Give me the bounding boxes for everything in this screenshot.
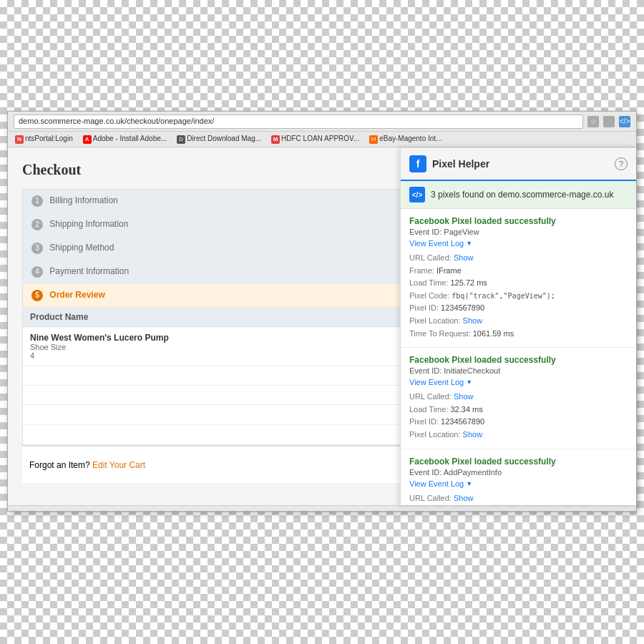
load-time-value-0: 125.72 ms <box>450 278 487 287</box>
pixel-id-1: Pixel ID: 1234567890 <box>409 416 628 429</box>
pixel-helper-header: f Pixel Helper ? <box>401 148 636 181</box>
url-called-2: URL Called: Show <box>409 492 628 505</box>
event-details-0: URL Called: Show Frame: IFrame Load Time… <box>409 252 628 340</box>
pixel-count-badge: </> <box>409 187 425 203</box>
bookmark-star-icon[interactable]: ☆ <box>587 116 599 127</box>
step-label-payment: Payment Information <box>49 266 129 276</box>
browser-content: Checkout 1 Billing Information 2 Shippin… <box>8 147 636 505</box>
bookmark-direct[interactable]: DDirect Download Mag... <box>174 134 264 144</box>
pixel-location-link-1[interactable]: Show <box>463 430 483 439</box>
gmail-icon: M <box>271 135 280 144</box>
product-name-cell: Nine West Women's Lucero Pump Shoe Size … <box>23 327 449 366</box>
step-label-billing: Billing Information <box>49 195 117 205</box>
load-time-label-1: Load Time: <box>409 405 448 414</box>
address-bar: demo.scommerce-mage.co.uk/checkout/onepa… <box>8 112 636 132</box>
refresh-icon[interactable] <box>603 116 615 127</box>
event-id-value-2: AddPaymentInfo <box>444 468 502 477</box>
url-called-label-1: URL Called: <box>409 392 452 401</box>
step-number-5: 5 <box>31 290 43 301</box>
pixel-id-0: Pixel ID: 1234567890 <box>409 302 628 315</box>
event-id-label-0: Event ID: <box>409 228 441 236</box>
browser-window: demo.scommerce-mage.co.uk/checkout/onepa… <box>7 111 637 512</box>
pixel-helper-title: Pixel Helper <box>432 158 615 170</box>
event-title-0: Facebook Pixel loaded successfully <box>409 216 628 226</box>
chevron-down-icon-2: ▼ <box>466 480 472 487</box>
bookmark-ebay[interactable]: MeBay-Magento Int... <box>366 134 444 144</box>
view-event-log-2[interactable]: View Event Log ▼ <box>409 479 628 488</box>
pixels-count-text: 3 pixels found on demo.scommerce-mage.co… <box>431 190 613 200</box>
url-called-label-0: URL Called: <box>409 253 452 262</box>
time-to-request-0: Time To Request: 1061.59 ms <box>409 328 628 341</box>
pixel-event-pageview: Facebook Pixel loaded successfully Event… <box>401 209 636 348</box>
load-time-0: Load Time: 125.72 ms <box>409 277 628 290</box>
doc-icon: D <box>177 135 185 144</box>
view-event-log-0[interactable]: View Event Log ▼ <box>409 239 628 248</box>
step-number-1: 1 <box>31 195 43 207</box>
pixel-event-initiatecheckout: Facebook Pixel loaded successfully Event… <box>401 348 636 449</box>
extensions-icon[interactable]: </> <box>619 116 630 127</box>
bookmark-adobe[interactable]: AAdobe - Install Adobe... <box>80 134 170 144</box>
event-id-value-1: InitiateCheckout <box>444 366 500 375</box>
product-name: Nine West Women's Lucero Pump <box>30 333 442 343</box>
forgot-item-static: Forgot an Item? <box>29 460 90 470</box>
pixel-count-icon: </> <box>412 191 422 199</box>
url-called-1: URL Called: Show <box>409 391 628 404</box>
pixel-summary: </> 3 pixels found on demo.scommerce-mag… <box>401 181 636 209</box>
pixel-id-label-1: Pixel ID: <box>409 417 439 426</box>
event-details-2: URL Called: Show Load Time: 133.02 ms Pi… <box>409 492 628 505</box>
edit-cart-link[interactable]: Edit Your Cart <box>92 460 145 470</box>
load-time-value-1: 32.34 ms <box>450 405 482 414</box>
step-number-3: 3 <box>31 243 43 254</box>
frame-label-0: Frame: <box>409 266 434 275</box>
url-input[interactable]: demo.scommerce-mage.co.uk/checkout/onepa… <box>14 114 583 129</box>
magento-icon: M <box>369 135 378 144</box>
forgot-item-text: Forgot an Item? Edit Your Cart <box>29 460 145 470</box>
product-option-value: 4 <box>30 351 442 360</box>
pixel-location-label-1: Pixel Location: <box>409 430 461 439</box>
url-called-link-1[interactable]: Show <box>454 392 474 401</box>
help-icon[interactable]: ? <box>615 157 628 170</box>
load-time-2: Load Time: 133.02 ms <box>409 504 628 505</box>
product-option-label: Shoe Size <box>30 343 442 351</box>
frame-0: Frame: IFrame <box>409 265 628 278</box>
time-to-request-value-0: 1061.59 ms <box>473 329 514 338</box>
event-id-label-1: Event ID: <box>409 366 441 375</box>
event-details-1: URL Called: Show Load Time: 32.34 ms Pix… <box>409 391 628 441</box>
pixel-location-0: Pixel Location: Show <box>409 315 628 328</box>
url-called-link-2[interactable]: Show <box>454 494 474 502</box>
pixel-code-0: Pixel Code: fbq("track","PageView"); <box>409 290 628 303</box>
nts-icon: N <box>15 135 24 144</box>
view-event-log-label-1: View Event Log <box>409 378 464 386</box>
view-event-log-label-0: View Event Log <box>409 239 464 248</box>
view-event-log-1[interactable]: View Event Log ▼ <box>409 378 628 386</box>
chevron-down-icon-0: ▼ <box>466 240 472 247</box>
facebook-logo-icon: f <box>409 155 426 172</box>
adobe-icon: A <box>83 135 92 144</box>
pixel-code-value-0: fbq("track","PageView"); <box>452 292 555 300</box>
frame-value-0: IFrame <box>436 266 462 275</box>
col-product-name: Product Name <box>23 308 449 327</box>
pixel-location-label-0: Pixel Location: <box>409 316 461 325</box>
pixel-event-addpaymentinfo: Facebook Pixel loaded successfully Event… <box>401 449 636 505</box>
url-called-label-2: URL Called: <box>409 494 452 502</box>
pixel-location-1: Pixel Location: Show <box>409 429 628 441</box>
pixel-location-link-0[interactable]: Show <box>463 316 483 325</box>
load-time-label-0: Load Time: <box>409 278 448 287</box>
url-called-link-0[interactable]: Show <box>454 253 474 262</box>
url-called-0: URL Called: Show <box>409 252 628 265</box>
load-time-1: Load Time: 32.34 ms <box>409 404 628 416</box>
event-title-1: Facebook Pixel loaded successfully <box>409 355 628 365</box>
bookmark-nts[interactable]: NntsPortal:Login <box>12 134 76 144</box>
step-number-4: 4 <box>31 266 43 278</box>
event-id-0: Event ID: PageView <box>409 228 628 236</box>
event-title-2: Facebook Pixel loaded successfully <box>409 457 628 467</box>
step-number-2: 2 <box>31 219 43 230</box>
pixel-helper-panel: f Pixel Helper ? </> 3 pixels found on d… <box>400 147 636 505</box>
event-id-value-0: PageView <box>444 228 479 236</box>
bookmark-hdfc[interactable]: MHDFC LOAN APPROV... <box>268 134 362 144</box>
time-to-request-label-0: Time To Request: <box>409 329 471 338</box>
pixel-id-value-0: 1234567890 <box>441 303 484 312</box>
bookmarks-bar: NntsPortal:Login AAdobe - Install Adobe.… <box>8 132 636 147</box>
pixel-code-label-0: Pixel Code: <box>409 291 449 300</box>
pixel-id-value-1: 1234567890 <box>441 417 484 426</box>
